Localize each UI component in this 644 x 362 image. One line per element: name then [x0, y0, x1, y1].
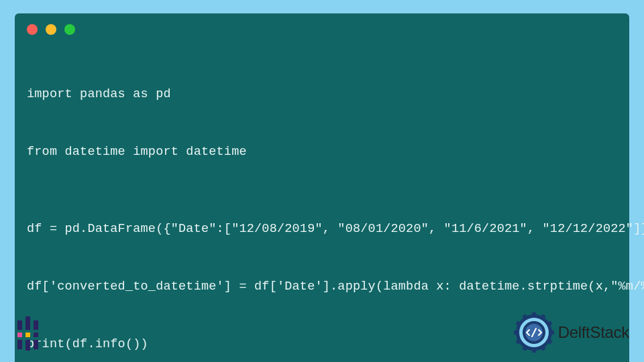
minimize-dot-icon: [46, 24, 56, 35]
svg-rect-13: [549, 330, 554, 335]
svg-rect-4: [25, 333, 30, 337]
svg-rect-3: [25, 316, 30, 330]
svg-rect-19: [514, 330, 519, 335]
svg-rect-5: [25, 340, 30, 351]
svg-rect-16: [532, 347, 536, 353]
svg-rect-10: [532, 312, 536, 318]
maximize-dot-icon: [64, 24, 75, 35]
svg-rect-8: [34, 340, 38, 349]
brand-name: DelftStack: [558, 323, 629, 342]
window-title-bar: [15, 13, 629, 42]
svg-rect-7: [34, 333, 38, 337]
code-line: import pandas as pd: [27, 85, 617, 105]
code-line: df['converted_to_datetime'] = df['Date']…: [27, 278, 617, 297]
code-window: import pandas as pd from datetime import…: [15, 13, 629, 362]
svg-rect-2: [17, 340, 22, 349]
code-line: from datetime import datetime: [27, 143, 617, 162]
svg-rect-1: [17, 333, 22, 337]
code-line: df = pd.DataFrame({"Date":["12/08/2019",…: [27, 220, 617, 239]
svg-rect-0: [17, 320, 22, 330]
left-logo-icon: [15, 315, 47, 353]
svg-rect-6: [34, 320, 38, 330]
close-dot-icon: [27, 24, 38, 35]
brand-logo: DelftStack: [514, 312, 629, 353]
gear-icon: [514, 312, 554, 353]
